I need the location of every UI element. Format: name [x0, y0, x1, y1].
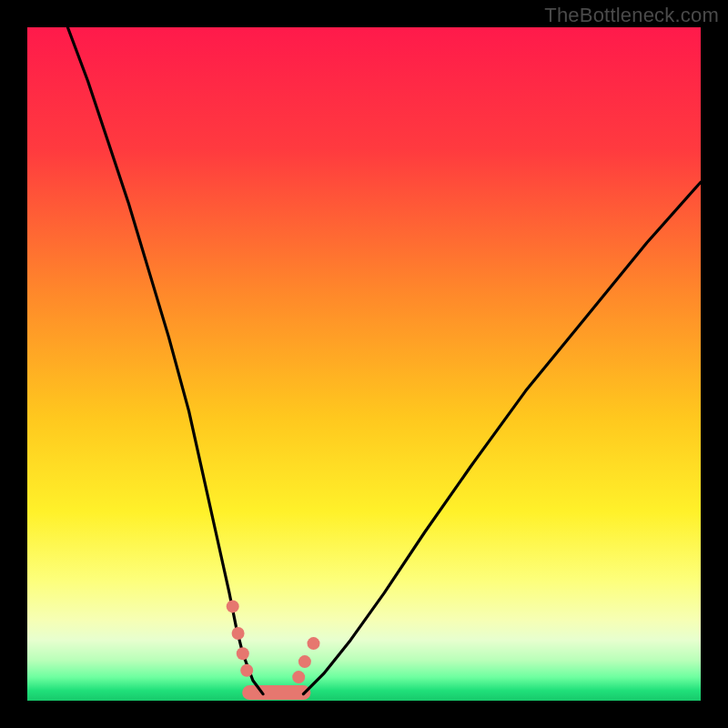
marker-dot-1	[232, 627, 245, 640]
marker-dot-0	[227, 600, 239, 612]
frame-right	[701, 0, 728, 728]
marker-dot-5	[298, 655, 311, 668]
watermark-text: TheBottleneck.com	[544, 4, 719, 27]
chart-stage: TheBottleneck.com	[0, 0, 728, 728]
frame-bottom	[0, 701, 728, 728]
marker-dot-2	[237, 647, 249, 660]
marker-dot-6	[308, 637, 320, 650]
marker-dot-4	[292, 671, 305, 683]
frame-left	[0, 0, 27, 728]
marker-dot-3	[240, 664, 253, 677]
plot-background	[27, 27, 701, 701]
chart-svg	[0, 0, 728, 728]
